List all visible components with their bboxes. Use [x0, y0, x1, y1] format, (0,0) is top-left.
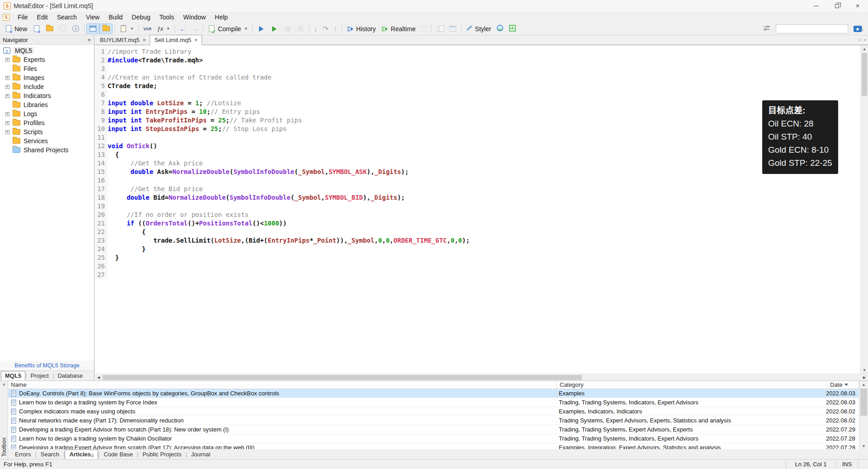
tab-close-icon[interactable]: ×	[142, 37, 146, 43]
save-all-button[interactable]: ⇓	[69, 23, 82, 34]
scroll-right-icon[interactable]: ▶	[861, 374, 868, 380]
compile-button[interactable]: ✓ Compile ▼	[205, 23, 250, 34]
copy-button[interactable]	[433, 23, 446, 34]
expand-plus-icon[interactable]: +	[5, 85, 9, 89]
articles-scroll-up-icon[interactable]: ▲	[859, 381, 868, 388]
navigator-close-button[interactable]: ×	[86, 37, 92, 43]
new-button[interactable]: + New	[2, 23, 30, 34]
toolbox-tab-code-base[interactable]: Code Base	[99, 450, 137, 459]
nav-item-scripts[interactable]: +Scripts	[0, 127, 94, 136]
article-row[interactable]: DoEasy. Controls (Part 8): Base WinForms…	[8, 389, 859, 398]
settings-button[interactable]	[760, 23, 773, 34]
nav-item-files[interactable]: Files	[0, 64, 94, 73]
expand-plus-icon[interactable]: +	[5, 76, 9, 80]
nav-item-shared-projects[interactable]: Shared Projects	[0, 145, 94, 155]
toggle-toolbox-button[interactable]	[99, 23, 113, 34]
column-header-category[interactable]: Category	[557, 381, 827, 389]
toggle-navigator-button[interactable]	[86, 23, 99, 34]
editor-tab-buylimit-mq5[interactable]: BUYLIMIT.mq5×	[96, 35, 150, 45]
step-into-button[interactable]: ↓	[311, 23, 320, 34]
variables-button[interactable]: VAR	[141, 23, 154, 34]
article-row[interactable]: Learn how to design a trading system by …	[8, 434, 859, 443]
articles-scroll-thumb[interactable]	[860, 389, 867, 416]
article-row[interactable]: Developing a trading Expert Advisor from…	[8, 443, 859, 450]
toolbox-close-button[interactable]: ×	[2, 382, 5, 387]
toolbox-tab-search[interactable]: Search	[37, 450, 63, 459]
tab-scroll-left-icon[interactable]: ◂	[858, 37, 860, 42]
paste-button[interactable]: ▼	[117, 23, 137, 34]
navigator-tab-project[interactable]: Project	[27, 371, 52, 380]
tab-scroll-right-icon[interactable]: ▸	[864, 37, 866, 42]
expand-plus-icon[interactable]: +	[5, 121, 9, 125]
new-file-button[interactable]: +	[30, 23, 43, 34]
column-header-date[interactable]: Date	[827, 381, 859, 389]
menu-help[interactable]: Help	[210, 12, 232, 22]
nav-item-experts[interactable]: +Experts	[0, 55, 94, 64]
step-out-button[interactable]: ↑	[331, 23, 340, 34]
expand-plus-icon[interactable]: +	[5, 58, 9, 62]
nav-item-services[interactable]: Services	[0, 136, 94, 145]
mql5-storage-link[interactable]: Benefits of MQL5 Storage	[14, 362, 80, 369]
minimize-button[interactable]	[806, 0, 826, 12]
community-button[interactable]	[494, 23, 506, 34]
navigator-tab-database[interactable]: Database	[54, 371, 86, 380]
scroll-up-icon[interactable]: ▲	[861, 45, 868, 52]
close-button[interactable]: ×	[847, 0, 868, 12]
restore-button[interactable]	[826, 0, 847, 12]
market-button[interactable]	[506, 23, 519, 34]
nav-item-profiles[interactable]: +Profiles	[0, 118, 94, 127]
start-debug-button[interactable]	[255, 23, 268, 34]
styler-button[interactable]: Styler	[463, 23, 494, 34]
menu-debug[interactable]: Debug	[127, 12, 155, 22]
expand-plus-icon[interactable]: +	[5, 112, 9, 116]
menu-file[interactable]: File	[13, 12, 33, 22]
pause-button[interactable]	[281, 23, 294, 34]
code-editor[interactable]: 1//import Trade Library2#include<Trade\T…	[95, 45, 860, 374]
articles-scroll-down-icon[interactable]: ▼	[859, 442, 868, 450]
navigator-tab-mql5[interactable]: MQL5	[1, 371, 25, 380]
nav-item-include[interactable]: +Include	[0, 82, 94, 91]
stop-button[interactable]	[294, 23, 307, 34]
editor-vertical-scrollbar[interactable]: ▲ ▼	[860, 45, 868, 374]
editor-horizontal-scrollbar[interactable]: ◀ ▶	[95, 374, 868, 380]
nav-item-images[interactable]: +Images	[0, 73, 94, 82]
history-button[interactable]: History	[344, 23, 379, 34]
run-button[interactable]	[268, 23, 281, 34]
article-row[interactable]: Complex indicators made easy using objec…	[8, 407, 859, 416]
navigate-forward-button[interactable]: →	[189, 23, 201, 34]
toolbar-search-box[interactable]	[776, 24, 848, 33]
nav-root-mql5[interactable]: {}MQL5	[0, 46, 94, 55]
mql5-community-button[interactable]: ◆	[851, 23, 864, 34]
expand-plus-icon[interactable]: +	[5, 130, 9, 134]
menu-tools[interactable]: Tools	[155, 12, 179, 22]
nav-item-indicators[interactable]: +Indicators	[0, 91, 94, 100]
column-header-name[interactable]: Name	[8, 381, 557, 389]
nav-item-logs[interactable]: +Logs	[0, 109, 94, 118]
nav-item-libraries[interactable]: Libraries	[0, 100, 94, 109]
expand-plus-icon[interactable]: +	[5, 94, 9, 98]
search-input[interactable]	[778, 25, 858, 32]
option-checkbox-button[interactable]	[419, 23, 429, 34]
menu-view[interactable]: View	[81, 12, 104, 22]
article-row[interactable]: Developing a trading Expert Advisor from…	[8, 425, 859, 434]
editor-tab-sell-limit-mq5[interactable]: Sell Limit.mq5×	[150, 35, 202, 45]
scroll-down-icon[interactable]: ▼	[861, 366, 868, 374]
realtime-button[interactable]: Realtime	[378, 23, 418, 34]
save-button[interactable]: ↓	[56, 23, 69, 34]
navigate-back-button[interactable]: ←	[177, 23, 189, 34]
article-row[interactable]: Neural networks made easy (Part 17): Dim…	[8, 416, 859, 425]
compare-button[interactable]	[446, 23, 459, 34]
menu-build[interactable]: Build	[104, 12, 127, 22]
menu-window[interactable]: Window	[179, 12, 210, 22]
articles-scrollbar[interactable]: ▲ ▼	[859, 381, 868, 450]
toolbox-tab-journal[interactable]: Journal	[187, 450, 215, 459]
open-button[interactable]	[43, 23, 56, 34]
toolbox-tab-public-projects[interactable]: Public Projects	[138, 450, 185, 459]
article-row[interactable]: Learn how to design a trading system by …	[8, 398, 859, 407]
vertical-scroll-thumb[interactable]	[862, 53, 867, 96]
tab-close-icon[interactable]: ×	[194, 37, 198, 43]
step-over-button[interactable]: ↷	[320, 23, 331, 34]
menu-search[interactable]: Search	[52, 12, 81, 22]
menu-edit[interactable]: Edit	[33, 12, 52, 22]
scroll-left-icon[interactable]: ◀	[95, 374, 102, 380]
